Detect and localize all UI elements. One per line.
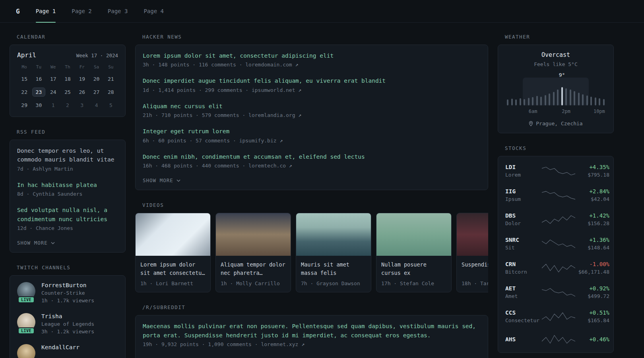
channel-game[interactable]: Counter-Strike bbox=[41, 290, 94, 296]
stock-price: $42.04 bbox=[575, 196, 609, 202]
stock-price: $148.64 bbox=[575, 245, 609, 251]
chevron-down-icon bbox=[50, 241, 55, 245]
calendar-day[interactable]: 2 bbox=[60, 100, 75, 110]
hackernews-title[interactable]: Aliquam nec cursus elit bbox=[143, 102, 481, 111]
calendar-day[interactable]: 24 bbox=[46, 87, 60, 97]
calendar-day-header: Su bbox=[104, 64, 118, 71]
twitch-channel[interactable]: LIVEForrestBurtonCounter-Strike1h · 1.7k… bbox=[17, 282, 118, 304]
stock-symbol[interactable]: IIG bbox=[505, 188, 542, 195]
hackernews-source-link[interactable]: loremlandia.org bbox=[248, 112, 295, 118]
stock-symbol[interactable]: CRN bbox=[505, 261, 542, 267]
hackernews-title[interactable]: Donec imperdiet augue tincidunt felis al… bbox=[143, 76, 481, 85]
weather-bar bbox=[528, 98, 530, 105]
calendar-card: April Week 17 · 2024 MoTuWeThFrSaSu15161… bbox=[10, 45, 126, 117]
hackernews-source-link[interactable]: loremdomain.com bbox=[245, 62, 292, 68]
stock-symbol[interactable]: SNRC bbox=[505, 237, 542, 243]
rss-title[interactable]: Sed volutpat nulla nisl, a condimentum n… bbox=[17, 206, 118, 224]
subreddit-source-link[interactable]: loremnet.xyz bbox=[261, 341, 298, 347]
video-title[interactable]: Lorem ipsum dolor sit amet consectetu… bbox=[140, 261, 206, 277]
stock-row[interactable]: LDILorem+4.35%$795.18 bbox=[505, 159, 606, 183]
calendar-day-selected[interactable]: 23 bbox=[31, 87, 46, 97]
stock-row[interactable]: CRNBitcorn-1.00%$66,171.48 bbox=[505, 256, 606, 280]
calendar-day[interactable]: 19 bbox=[75, 74, 89, 84]
video-thumbnail[interactable] bbox=[216, 213, 291, 256]
weather-bar bbox=[549, 93, 550, 105]
stock-row[interactable]: AHS+0.46% bbox=[505, 329, 606, 350]
nav-tab[interactable]: Page 4 bbox=[144, 0, 164, 22]
video-title[interactable]: Mauris sit amet massa felis bbox=[301, 261, 366, 277]
video-thumbnail[interactable] bbox=[457, 213, 488, 256]
hourly-bars bbox=[507, 81, 605, 105]
hackernews-title[interactable]: Lorem ipsum dolor sit amet, consectetur … bbox=[143, 51, 481, 60]
nav-tab[interactable]: Page 3 bbox=[108, 0, 128, 22]
calendar-day[interactable]: 22 bbox=[17, 87, 31, 97]
calendar-day[interactable]: 1 bbox=[46, 100, 60, 110]
stock-row[interactable]: CCSConsectetur+0.51%$165.84 bbox=[505, 304, 606, 329]
rss-title[interactable]: Donec tempor eros leo, ut commodo mauris… bbox=[17, 146, 118, 164]
stock-symbol[interactable]: DBS bbox=[505, 212, 542, 219]
stock-symbol[interactable]: AET bbox=[505, 285, 542, 292]
twitch-channel[interactable]: KendallCarr bbox=[17, 344, 118, 358]
video-title[interactable]: Suspendisse diam bbox=[462, 261, 488, 277]
calendar-day[interactable]: 17 bbox=[46, 74, 60, 84]
stock-row[interactable]: SNRCSit+1.36%$148.64 bbox=[505, 232, 606, 256]
stock-symbol[interactable]: AHS bbox=[505, 336, 542, 342]
channel-name[interactable]: ForrestBurton bbox=[41, 282, 94, 288]
stock-symbol[interactable]: CCS bbox=[505, 309, 542, 316]
video-thumbnail[interactable] bbox=[376, 213, 451, 256]
channel-name[interactable]: KendallCarr bbox=[41, 344, 80, 350]
video-card[interactable]: Aliquam tempor dolor nec pharetra…1h · M… bbox=[215, 213, 291, 292]
video-card[interactable]: Mauris sit amet massa felis7h · Grayson … bbox=[296, 213, 371, 292]
calendar-day[interactable]: 28 bbox=[104, 87, 118, 97]
calendar-day[interactable]: 30 bbox=[31, 100, 46, 110]
hackernews-source-link[interactable]: ipsumify.biz bbox=[239, 138, 277, 144]
hackernews-source-link[interactable]: loremtech.co bbox=[248, 163, 286, 169]
subreddit-title[interactable]: Maecenas mollis pulvinar erat non posuer… bbox=[143, 322, 481, 340]
video-thumbnail[interactable] bbox=[136, 213, 210, 256]
hackernews-meta: 16h · 468 points · 440 comments · loremt… bbox=[143, 163, 481, 169]
time-label: 2pm bbox=[562, 109, 570, 114]
calendar-day[interactable]: 5 bbox=[104, 100, 118, 110]
calendar-day[interactable]: 25 bbox=[60, 87, 75, 97]
channel-name[interactable]: Trisha bbox=[41, 313, 94, 319]
weather-feels-like: Feels like 5°C bbox=[505, 61, 606, 67]
weather-bar bbox=[586, 95, 588, 105]
video-title[interactable]: Nullam posuere cursus ex bbox=[381, 261, 446, 277]
calendar-day[interactable]: 27 bbox=[89, 87, 103, 97]
stock-symbol[interactable]: LDI bbox=[505, 164, 542, 170]
calendar-day[interactable]: 26 bbox=[75, 87, 89, 97]
video-title[interactable]: Aliquam tempor dolor nec pharetra… bbox=[221, 261, 286, 277]
external-link-icon: ↗ bbox=[298, 341, 305, 347]
right-column: WEATHER Overcast Feels like 5°C 9°6am2pm… bbox=[498, 34, 614, 358]
hackernews-show-more-button[interactable]: SHOW MORE bbox=[143, 177, 481, 183]
calendar-day[interactable]: 21 bbox=[104, 74, 118, 84]
hackernews-title[interactable]: Donec enim nibh, condimentum et accumsan… bbox=[143, 152, 481, 161]
video-card[interactable]: Suspendisse diam18h · Tara bbox=[456, 213, 488, 292]
weather-bar bbox=[565, 88, 567, 105]
stock-row[interactable]: IIGIpsum+2.84%$42.04 bbox=[505, 183, 606, 207]
stock-sparkline bbox=[542, 165, 575, 177]
calendar-day-header: We bbox=[46, 64, 60, 71]
calendar-day[interactable]: 16 bbox=[31, 74, 46, 84]
weather-chart: 9°6am2pm10pm bbox=[506, 74, 605, 114]
calendar-day[interactable]: 20 bbox=[89, 74, 103, 84]
video-card[interactable]: Nullam posuere cursus ex17h · Stefan Col… bbox=[376, 213, 452, 292]
calendar-day[interactable]: 29 bbox=[17, 100, 31, 110]
stock-row[interactable]: DBSDolor+1.42%$156.28 bbox=[505, 207, 606, 232]
video-card[interactable]: Lorem ipsum dolor sit amet consectetu…1h… bbox=[135, 213, 211, 292]
hackernews-title[interactable]: Integer eget rutrum lorem bbox=[143, 127, 481, 136]
hackernews-source-link[interactable]: ipsumworld.net bbox=[252, 87, 295, 93]
video-thumbnail[interactable] bbox=[296, 213, 371, 256]
channel-game[interactable]: League of Legends bbox=[41, 321, 94, 327]
calendar-day[interactable]: 18 bbox=[60, 74, 75, 84]
calendar-day[interactable]: 15 bbox=[17, 74, 31, 84]
twitch-channel[interactable]: LIVETrishaLeague of Legends3h · 1.2k vie… bbox=[17, 313, 118, 335]
rss-title[interactable]: In hac habitasse platea bbox=[17, 181, 118, 189]
app-logo[interactable]: G bbox=[16, 0, 20, 22]
stock-row[interactable]: AETAmet+0.92%$499.72 bbox=[505, 280, 606, 304]
calendar-day[interactable]: 4 bbox=[89, 100, 103, 110]
rss-show-more-button[interactable]: SHOW MORE bbox=[17, 240, 118, 246]
calendar-day[interactable]: 3 bbox=[75, 100, 89, 110]
nav-tab[interactable]: Page 2 bbox=[72, 0, 92, 22]
nav-tab[interactable]: Page 1 bbox=[36, 0, 56, 22]
